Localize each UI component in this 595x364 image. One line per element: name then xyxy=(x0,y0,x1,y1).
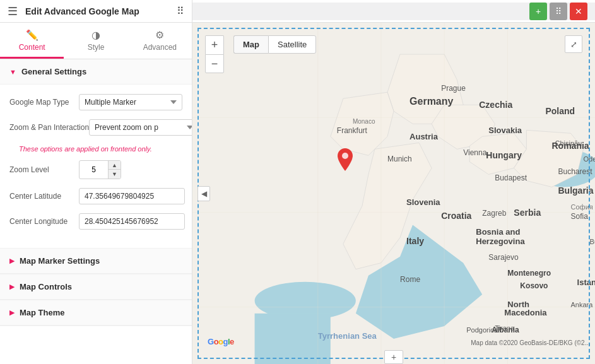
svg-text:Chișinău: Chișinău xyxy=(555,139,582,147)
zoom-pan-row: Zoom & Pan Interaction Prevent zoom on p… xyxy=(9,119,182,136)
svg-text:Croatia: Croatia xyxy=(441,211,471,221)
svg-text:Monaco: Monaco xyxy=(353,118,375,125)
map-controls-header[interactable]: ▶ Map Controls xyxy=(0,274,192,300)
center-lat-input[interactable] xyxy=(79,188,185,204)
map-theme-header[interactable]: ▶ Map Theme xyxy=(0,300,192,326)
map-zoom-controls: + − xyxy=(205,35,224,73)
center-lon-row: Center Longitude xyxy=(9,213,182,230)
map-type-label: Google Map Type xyxy=(9,98,79,107)
tab-style[interactable]: ◑ Style xyxy=(64,23,127,59)
svg-text:Podgorica: Podgorica xyxy=(466,326,498,334)
svg-text:Sofia: Sofia xyxy=(571,212,589,221)
zoom-pan-select[interactable]: Prevent zoom on p Allow zoom on page scr… xyxy=(89,119,192,136)
svg-text:Slovenia: Slovenia xyxy=(406,197,440,207)
google-watermark: Google xyxy=(208,337,234,346)
zoom-level-row: Zoom Level ▲ ▼ xyxy=(9,160,182,179)
zoom-pan-label: Zoom & Pan Interaction xyxy=(9,123,89,132)
svg-text:Frankfurt: Frankfurt xyxy=(337,126,368,135)
map-add-button[interactable]: + xyxy=(384,350,403,364)
map-background: Germany Frankfurt Prague Czechia Slovaki… xyxy=(192,23,595,364)
page-title: Edit Advanced Google Map xyxy=(25,6,177,16)
layout-button[interactable]: ⠿ xyxy=(550,3,567,20)
arrow-icon: ▼ xyxy=(9,68,16,76)
tab-advanced-label: Advanced xyxy=(143,43,177,52)
panel-collapse-button[interactable]: ◀ xyxy=(197,186,210,201)
theme-arrow-icon: ▶ xyxy=(9,308,15,317)
marker-arrow-icon: ▶ xyxy=(9,257,15,265)
panel-content: ▼ General Settings Google Map Type Multi… xyxy=(0,59,192,364)
svg-text:Ankara: Ankara xyxy=(571,301,594,308)
hamburger-icon[interactable]: ☰ xyxy=(8,4,18,18)
svg-text:Macedonia: Macedonia xyxy=(504,308,547,317)
svg-text:Hungary: Hungary xyxy=(486,150,522,160)
svg-text:Prague: Prague xyxy=(441,84,466,93)
map-pin xyxy=(338,148,353,173)
general-settings-content: Google Map Type Multiple Marker Single M… xyxy=(0,85,192,248)
svg-text:Montenegro: Montenegro xyxy=(507,269,551,278)
marker-settings-header[interactable]: ▶ Map Marker Settings xyxy=(0,249,192,274)
tab-style-label: Style xyxy=(88,43,105,52)
svg-text:Istanbul: Istanbul xyxy=(577,278,595,287)
marker-settings-title: Map Marker Settings xyxy=(20,256,100,266)
tab-advanced[interactable]: ⚙ Advanced xyxy=(128,23,192,59)
tab-content-icon: ✏️ xyxy=(26,29,38,41)
map-type-row: Google Map Type Multiple Marker Single M… xyxy=(9,94,182,110)
svg-text:Slovakia: Slovakia xyxy=(488,126,522,135)
grid-icon[interactable]: ⠿ xyxy=(177,5,184,17)
map-zoom-in-button[interactable]: + xyxy=(205,35,224,54)
svg-text:Bursa: Bursa xyxy=(590,238,595,245)
svg-text:Kosovo: Kosovo xyxy=(520,281,548,290)
tab-content[interactable]: ✏️ Content xyxy=(0,23,64,59)
center-lon-input[interactable] xyxy=(79,213,185,230)
svg-text:Munich: Munich xyxy=(387,155,412,163)
map-type-satellite-button[interactable]: Satellite xyxy=(268,35,316,54)
svg-text:Odesa: Odesa xyxy=(584,155,595,163)
map-controls-section: ▶ Map Controls xyxy=(0,274,192,300)
svg-point-62 xyxy=(342,153,348,159)
svg-text:Herzegovina: Herzegovina xyxy=(476,237,525,246)
svg-text:София: София xyxy=(571,203,593,211)
svg-text:Rome: Rome xyxy=(400,275,420,284)
map-controls-title: Map Controls xyxy=(20,282,72,291)
zoom-level-input-wrap: ▲ ▼ xyxy=(79,160,121,179)
zoom-stepper: ▲ ▼ xyxy=(108,161,121,179)
general-settings-section: ▼ General Settings Google Map Type Multi… xyxy=(0,59,192,249)
center-lat-row: Center Latitude xyxy=(9,188,182,204)
map-type-bar: Map Satellite xyxy=(233,35,316,54)
add-button[interactable]: + xyxy=(529,3,547,20)
zoom-level-input[interactable] xyxy=(80,162,108,177)
svg-text:Zagreb: Zagreb xyxy=(482,209,506,218)
marker-settings-section: ▶ Map Marker Settings xyxy=(0,249,192,274)
tab-content-label: Content xyxy=(19,43,45,52)
svg-text:Germany: Germany xyxy=(409,95,454,107)
svg-text:Bosnia and: Bosnia and xyxy=(476,227,520,237)
general-settings-title: General Settings xyxy=(21,67,86,76)
zoom-level-label: Zoom Level xyxy=(9,165,79,174)
general-settings-header[interactable]: ▼ General Settings xyxy=(0,59,192,85)
svg-text:Sarajevo: Sarajevo xyxy=(488,253,519,262)
svg-text:Poland: Poland xyxy=(545,106,575,116)
map-theme-section: ▶ Map Theme xyxy=(0,300,192,326)
map-type-map-button[interactable]: Map xyxy=(233,35,268,54)
tab-bar: ✏️ Content ◑ Style ⚙ Advanced xyxy=(0,23,192,59)
svg-text:Vienna: Vienna xyxy=(463,148,487,157)
map-fullscreen-button[interactable]: ⤢ xyxy=(565,35,582,53)
zoom-decrease-button[interactable]: ▼ xyxy=(108,170,121,179)
map-type-select[interactable]: Multiple Marker Single Marker Route Map xyxy=(79,94,182,110)
close-button[interactable]: ✕ xyxy=(570,3,587,20)
svg-text:Italy: Italy xyxy=(406,236,424,246)
map-data-text: Map data ©2020 GeoBasis-DE/BKG (©2... xyxy=(471,339,590,346)
map-area: Germany Frankfurt Prague Czechia Slovaki… xyxy=(192,23,595,364)
zoom-increase-button[interactable]: ▲ xyxy=(108,161,121,170)
center-lon-label: Center Longitude xyxy=(9,217,79,226)
svg-text:Bucharest: Bucharest xyxy=(558,167,592,176)
left-panel: ✏️ Content ◑ Style ⚙ Advanced ▼ General … xyxy=(0,23,192,364)
svg-text:Budapest: Budapest xyxy=(495,173,527,182)
map-theme-title: Map Theme xyxy=(20,308,65,317)
map-zoom-out-button[interactable]: − xyxy=(205,54,224,73)
tab-advanced-icon: ⚙ xyxy=(155,29,164,41)
svg-text:Tirana: Tirana xyxy=(495,324,515,332)
controls-arrow-icon: ▶ xyxy=(9,283,15,291)
svg-text:Bulgaria: Bulgaria xyxy=(558,185,593,196)
center-lat-label: Center Latitude xyxy=(9,192,79,201)
